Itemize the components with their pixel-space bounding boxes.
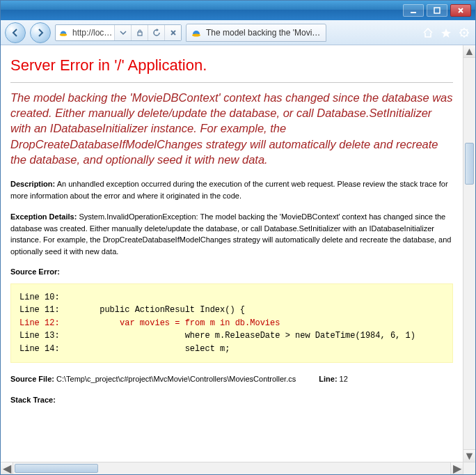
svg-point-6: [463, 31, 466, 33]
exception-details: Exception Details: System.InvalidOperati…: [10, 211, 453, 257]
scrollbar-corner: [463, 462, 475, 474]
navbar: The model backing the 'Movi…: [1, 20, 475, 45]
address-input[interactable]: [71, 25, 114, 40]
forward-button[interactable]: [30, 22, 51, 43]
stack-trace-label: Stack Trace:: [10, 395, 453, 405]
scroll-down-icon[interactable]: ▼: [463, 449, 475, 462]
horizontal-scroll-thumb[interactable]: [15, 464, 98, 473]
exception-label: Exception Details:: [10, 212, 77, 221]
window-titlebar: [1, 1, 475, 20]
svg-point-2: [60, 33, 68, 36]
minimize-button[interactable]: [403, 4, 424, 17]
home-button[interactable]: [421, 26, 435, 40]
svg-line-12: [467, 35, 468, 36]
source-file-path: C:\Temp\c_project\c#project\MvcMovie\Con…: [56, 375, 296, 383]
page-content: Server Error in '/' Application. The mod…: [1, 45, 463, 462]
error-title: Server Error in '/' Application.: [10, 55, 453, 77]
svg-point-4: [192, 33, 200, 36]
page-viewport: Server Error in '/' Application. The mod…: [1, 45, 475, 474]
source-error-label: Source Error:: [10, 267, 453, 277]
browser-window: The model backing the 'Movi… Server Erro…: [0, 0, 476, 475]
svg-rect-1: [434, 8, 440, 13]
description-text: An unhandled exception occurred during t…: [10, 180, 448, 200]
code-line-12-highlighted: Line 12: var movies = from m in db.Movie…: [19, 318, 280, 328]
source-file-label: Source File:: [10, 375, 54, 383]
maximize-button[interactable]: [427, 4, 447, 17]
svg-line-14: [467, 29, 468, 31]
svg-line-11: [461, 29, 462, 31]
ie-favicon-icon: [56, 28, 71, 38]
page-favicon-icon: [191, 27, 202, 38]
back-button[interactable]: [5, 22, 26, 43]
tab-title: The model backing the 'Movi…: [206, 28, 320, 38]
scroll-up-icon[interactable]: ▲: [463, 45, 475, 58]
scroll-left-icon[interactable]: ◀: [1, 462, 13, 474]
vertical-scroll-thumb[interactable]: [465, 143, 474, 185]
favorites-button[interactable]: [439, 26, 453, 40]
line-label: Line:: [319, 375, 337, 383]
horizontal-scrollbar[interactable]: ◀ ▶: [1, 462, 463, 474]
divider: [10, 82, 453, 83]
source-code-snippet: Line 10: Line 11: public ActionResult In…: [10, 283, 453, 364]
exception-text: System.InvalidOperationException: The mo…: [10, 212, 451, 256]
code-line-10: Line 10:: [19, 293, 60, 302]
code-line-14: Line 14: select m;: [19, 344, 230, 354]
error-description: Description: An unhandled exception occu…: [10, 178, 453, 201]
tools-button[interactable]: [457, 26, 471, 40]
code-line-11: Line 11: public ActionResult Index() {: [19, 305, 245, 315]
error-message: The model backing the 'MovieDBContext' c…: [10, 90, 453, 167]
vertical-scrollbar[interactable]: ▲ ▼: [463, 45, 475, 462]
refresh-button[interactable]: [148, 25, 164, 40]
address-bar-group: [55, 24, 182, 41]
scroll-right-icon[interactable]: ▶: [450, 462, 463, 474]
svg-line-13: [461, 35, 462, 36]
address-dropdown-button[interactable]: [114, 25, 131, 40]
svg-rect-3: [138, 32, 142, 36]
security-lock-icon[interactable]: [131, 25, 148, 40]
browser-tab[interactable]: The model backing the 'Movi…: [186, 24, 326, 42]
description-label: Description:: [10, 180, 55, 188]
code-line-13: Line 13: where m.ReleaseDate > new DateT…: [19, 331, 415, 341]
line-number: 12: [340, 375, 348, 383]
close-button[interactable]: [450, 4, 471, 17]
stop-button[interactable]: [164, 25, 181, 40]
source-file-row: Source File: C:\Temp\c_project\c#project…: [10, 374, 453, 384]
